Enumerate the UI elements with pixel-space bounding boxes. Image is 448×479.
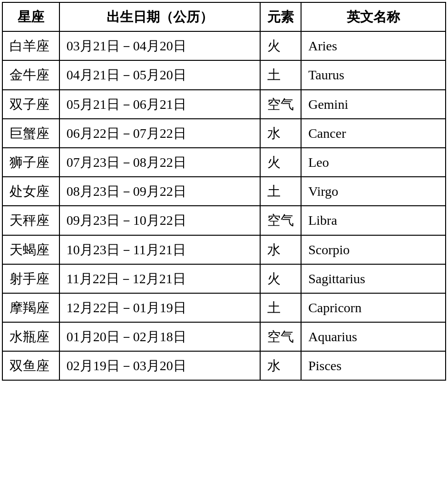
cell-sign: 水瓶座 bbox=[2, 322, 59, 351]
cell-english: Aries bbox=[301, 31, 446, 60]
cell-english: Virgo bbox=[301, 177, 446, 206]
table-row: 双鱼座02月19日－03月20日水Pisces bbox=[2, 351, 446, 380]
cell-english: Leo bbox=[301, 148, 446, 177]
cell-english: Taurus bbox=[301, 60, 446, 89]
cell-date: 11月22日－12月21日 bbox=[59, 264, 261, 293]
cell-english: Aquarius bbox=[301, 322, 446, 351]
table-row: 白羊座03月21日－04月20日火Aries bbox=[2, 31, 446, 60]
table-row: 双子座05月21日－06月21日空气Gemini bbox=[2, 90, 446, 119]
cell-date: 05月21日－06月21日 bbox=[59, 90, 261, 119]
table-row: 天蝎座10月23日－11月21日水Scorpio bbox=[2, 235, 446, 264]
cell-sign: 双子座 bbox=[2, 90, 59, 119]
cell-english: Sagittarius bbox=[301, 264, 446, 293]
cell-english: Scorpio bbox=[301, 235, 446, 264]
header-english: 英文名称 bbox=[301, 2, 446, 31]
table-row: 金牛座04月21日－05月20日土Taurus bbox=[2, 60, 446, 89]
zodiac-table: 星座 出生日期（公历） 元素 英文名称 白羊座03月21日－04月20日火Ari… bbox=[2, 2, 446, 381]
cell-sign: 射手座 bbox=[2, 264, 59, 293]
cell-date: 10月23日－11月21日 bbox=[59, 235, 261, 264]
cell-sign: 天蝎座 bbox=[2, 235, 59, 264]
cell-date: 01月20日－02月18日 bbox=[59, 322, 261, 351]
cell-element: 空气 bbox=[260, 322, 301, 351]
cell-sign: 金牛座 bbox=[2, 60, 59, 89]
cell-english: Pisces bbox=[301, 351, 446, 380]
cell-element: 土 bbox=[260, 293, 301, 322]
cell-english: Capricorn bbox=[301, 293, 446, 322]
cell-english: Libra bbox=[301, 206, 446, 235]
cell-sign: 摩羯座 bbox=[2, 293, 59, 322]
cell-element: 火 bbox=[260, 264, 301, 293]
cell-date: 06月22日－07月22日 bbox=[59, 119, 261, 148]
cell-sign: 处女座 bbox=[2, 177, 59, 206]
cell-date: 07月23日－08月22日 bbox=[59, 148, 261, 177]
cell-element: 水 bbox=[260, 351, 301, 380]
header-date: 出生日期（公历） bbox=[59, 2, 261, 31]
table-row: 狮子座07月23日－08月22日火Leo bbox=[2, 148, 446, 177]
cell-element: 土 bbox=[260, 177, 301, 206]
cell-element: 水 bbox=[260, 235, 301, 264]
zodiac-table-container: 星座 出生日期（公历） 元素 英文名称 白羊座03月21日－04月20日火Ari… bbox=[0, 0, 448, 383]
cell-element: 火 bbox=[260, 148, 301, 177]
cell-element: 空气 bbox=[260, 206, 301, 235]
cell-element: 火 bbox=[260, 31, 301, 60]
cell-element: 土 bbox=[260, 60, 301, 89]
cell-date: 03月21日－04月20日 bbox=[59, 31, 261, 60]
cell-sign: 白羊座 bbox=[2, 31, 59, 60]
cell-element: 水 bbox=[260, 119, 301, 148]
cell-sign: 狮子座 bbox=[2, 148, 59, 177]
table-row: 摩羯座12月22日－01月19日土Capricorn bbox=[2, 293, 446, 322]
cell-date: 02月19日－03月20日 bbox=[59, 351, 261, 380]
cell-sign: 巨蟹座 bbox=[2, 119, 59, 148]
cell-sign: 双鱼座 bbox=[2, 351, 59, 380]
header-sign: 星座 bbox=[2, 2, 59, 31]
header-element: 元素 bbox=[260, 2, 301, 31]
cell-english: Gemini bbox=[301, 90, 446, 119]
table-row: 巨蟹座06月22日－07月22日水Cancer bbox=[2, 119, 446, 148]
cell-date: 09月23日－10月22日 bbox=[59, 206, 261, 235]
table-row: 水瓶座01月20日－02月18日空气Aquarius bbox=[2, 322, 446, 351]
header-row: 星座 出生日期（公历） 元素 英文名称 bbox=[2, 2, 446, 31]
cell-date: 08月23日－09月22日 bbox=[59, 177, 261, 206]
cell-element: 空气 bbox=[260, 90, 301, 119]
cell-english: Cancer bbox=[301, 119, 446, 148]
cell-date: 04月21日－05月20日 bbox=[59, 60, 261, 89]
table-row: 处女座08月23日－09月22日土Virgo bbox=[2, 177, 446, 206]
cell-sign: 天秤座 bbox=[2, 206, 59, 235]
cell-date: 12月22日－01月19日 bbox=[59, 293, 261, 322]
table-row: 射手座11月22日－12月21日火Sagittarius bbox=[2, 264, 446, 293]
table-row: 天秤座09月23日－10月22日空气Libra bbox=[2, 206, 446, 235]
